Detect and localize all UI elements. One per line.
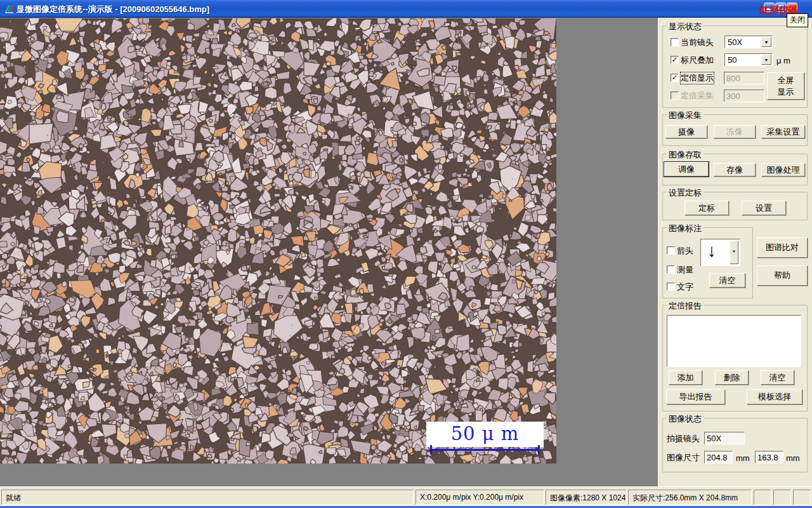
clear-annotation-button[interactable]: 清空 bbox=[709, 273, 745, 288]
ruler-overlay-label: 标尺叠加 bbox=[681, 55, 714, 66]
text-checkbox[interactable] bbox=[667, 283, 675, 291]
report-group-title: 定倍报告 bbox=[667, 300, 704, 312]
shoot-lens-label: 拍摄镜头 bbox=[667, 433, 700, 444]
fixed-capture-input bbox=[724, 90, 764, 102]
fullscreen-button[interactable]: 全屏显示 bbox=[767, 72, 804, 100]
calibration-settings-button[interactable]: 设置 bbox=[742, 201, 786, 215]
status-spare-2 bbox=[773, 490, 791, 505]
template-select-button[interactable]: 模板选择 bbox=[747, 389, 802, 404]
image-height-field[interactable] bbox=[755, 451, 783, 464]
measure-checkbox[interactable] bbox=[667, 265, 675, 274]
current-lens-value: 50X bbox=[728, 37, 742, 47]
scale-bar-label: 50 μ m bbox=[426, 422, 544, 447]
status-ready: 就绪 bbox=[1, 490, 414, 505]
help-button[interactable]: 帮助 bbox=[757, 265, 808, 286]
arrow-checkbox[interactable] bbox=[667, 246, 675, 255]
arrow-style-select[interactable]: ↓ ▼ bbox=[700, 239, 740, 266]
load-image-button[interactable]: 调像 bbox=[664, 162, 709, 177]
capture-settings-button[interactable]: 采集设置 bbox=[761, 125, 805, 138]
report-delete-button[interactable]: 删除 bbox=[715, 370, 749, 385]
export-report-button[interactable]: 导出报告 bbox=[666, 389, 725, 404]
image-status-title: 图像状态 bbox=[667, 413, 704, 425]
fixed-display-input bbox=[724, 72, 764, 84]
current-lens-label: 当前镜头 bbox=[681, 37, 714, 48]
fixed-display-checkbox[interactable]: ✓ bbox=[671, 74, 679, 82]
status-resolution: X:0.200μ m/pix Y:0.200μ m/pix bbox=[416, 490, 544, 505]
micrograph-image bbox=[0, 18, 556, 464]
measure-label: 测量 bbox=[677, 264, 693, 276]
app-icon bbox=[4, 3, 15, 14]
status-bar: 就绪 X:0.200μ m/pix Y:0.200μ m/pix 图像像素:12… bbox=[0, 486, 812, 506]
shoot-lens-field[interactable] bbox=[704, 432, 745, 444]
image-width-unit: mm bbox=[736, 453, 750, 463]
freeze-button: 冻像 bbox=[714, 125, 756, 138]
chevron-down-icon[interactable]: ▼ bbox=[730, 241, 738, 264]
report-add-button[interactable]: 添加 bbox=[669, 370, 702, 385]
annotation-group-title: 图像标注 bbox=[667, 223, 704, 234]
fixed-capture-checkbox bbox=[671, 91, 679, 100]
scale-bar-line bbox=[430, 449, 540, 451]
image-size-label: 图像尺寸 bbox=[667, 452, 700, 464]
current-lens-checkbox[interactable] bbox=[671, 38, 679, 46]
ruler-unit-label: μ m bbox=[776, 56, 790, 65]
scale-bar-tick-right bbox=[538, 445, 540, 455]
calibrate-button[interactable]: 定标 bbox=[684, 201, 729, 215]
image-process-button[interactable]: 图像处理 bbox=[761, 163, 805, 177]
check-icon: ✓ bbox=[671, 73, 678, 82]
display-status-title: 显示状态 bbox=[667, 21, 704, 32]
atlas-compare-button[interactable]: 图谱比对 bbox=[757, 237, 808, 258]
report-clear-button[interactable]: 清空 bbox=[761, 370, 794, 385]
capture-group-title: 图像采集 bbox=[667, 110, 704, 121]
control-panel: 显示状态 当前镜头 50X ▼ ✓ 标尺叠加 50 ▼ μ m ✓ 定倍显示 全… bbox=[658, 18, 812, 486]
image-width-field[interactable] bbox=[704, 451, 733, 464]
status-actual-size: 实际尺寸:256.0mm X 204.8mm bbox=[628, 490, 752, 505]
image-status-group: 图像状态 bbox=[662, 418, 808, 472]
chevron-down-icon[interactable]: ▼ bbox=[761, 55, 771, 65]
report-listbox[interactable] bbox=[667, 315, 801, 367]
fixed-capture-label: 定倍采集 bbox=[681, 90, 714, 102]
ruler-size-value: 50 bbox=[728, 55, 737, 65]
status-spare-1 bbox=[754, 490, 771, 505]
check-icon: ✓ bbox=[671, 55, 678, 64]
ruler-size-select[interactable]: 50 ▼ bbox=[724, 53, 773, 66]
ruler-overlay-checkbox[interactable]: ✓ bbox=[671, 56, 679, 64]
calibration-group-title: 设置定标 bbox=[667, 187, 704, 199]
save-image-button[interactable]: 存像 bbox=[714, 163, 756, 177]
chevron-down-icon[interactable]: ▼ bbox=[761, 37, 771, 47]
image-height-unit: mm bbox=[786, 453, 800, 463]
close-tooltip: 关闭 bbox=[787, 13, 808, 27]
app-window: 显微图像定倍系统--演示版 - [20090602055646.bmp] × 红… bbox=[0, 0, 812, 508]
scale-bar-tick-left bbox=[430, 445, 432, 455]
status-spare-3 bbox=[793, 490, 811, 505]
arrow-down-icon: ↓ bbox=[707, 241, 716, 261]
status-pixels: 图像像素:1280 X 1024 bbox=[546, 490, 627, 505]
title-bar: 显微图像定倍系统--演示版 - [20090602055646.bmp] × bbox=[0, 0, 812, 18]
window-title: 显微图像定倍系统--演示版 - [20090602055646.bmp] bbox=[16, 4, 209, 15]
current-lens-select[interactable]: 50X ▼ bbox=[724, 36, 773, 48]
storage-group-title: 图像存取 bbox=[667, 149, 704, 161]
text-label: 文字 bbox=[677, 281, 693, 293]
arrow-label: 箭头 bbox=[677, 245, 693, 257]
fixed-display-label: 定倍显示 bbox=[681, 72, 714, 84]
shoot-button[interactable]: 摄像 bbox=[665, 125, 707, 138]
